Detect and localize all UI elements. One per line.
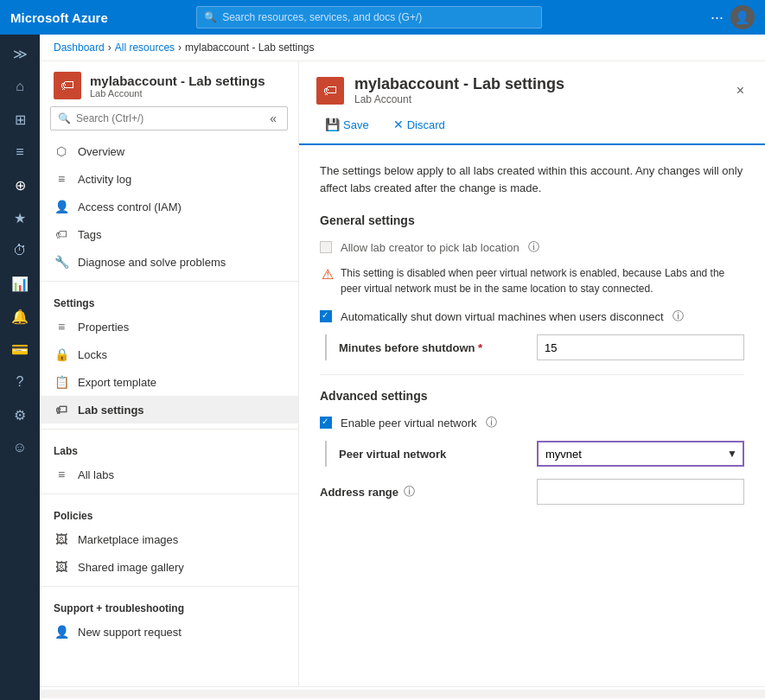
discard-icon: ✕ xyxy=(393,118,404,131)
more-options-icon[interactable]: ··· xyxy=(711,9,724,27)
rail-resource-groups-icon[interactable]: ≡ xyxy=(4,137,35,168)
sidebar-item-shared-image-gallery-label: Shared image gallery xyxy=(78,561,184,574)
sidebar-item-properties-label: Properties xyxy=(78,321,129,334)
sidebar-item-lab-settings-label: Lab settings xyxy=(78,404,144,417)
rail-dashboard-icon[interactable]: ⊞ xyxy=(4,104,35,135)
diagnose-icon: 🔧 xyxy=(54,254,69,270)
sidebar-item-all-labs-label: All labs xyxy=(78,468,114,481)
advanced-settings-title: Advanced settings xyxy=(320,389,744,403)
auto-shutdown-row: Automatically shut down virtual machines… xyxy=(320,309,744,324)
enable-peer-vnet-label: Enable peer virtual network xyxy=(341,417,477,430)
horizontal-scrollbar[interactable] xyxy=(40,690,765,698)
sidebar-item-locks[interactable]: 🔒 Locks xyxy=(40,340,298,368)
properties-icon: ≡ xyxy=(54,319,69,334)
sidebar-resource-subtitle: Lab Account xyxy=(90,88,265,99)
sidebar-item-locks-label: Locks xyxy=(78,348,107,361)
section-divider xyxy=(320,374,744,375)
user-avatar[interactable]: 👤 xyxy=(730,5,755,29)
main-content: 🏷 mylabaccount - Lab settings Lab Accoun… xyxy=(299,61,765,686)
enable-peer-vnet-info-icon[interactable]: ⓘ xyxy=(486,415,497,430)
rail-help-icon[interactable]: ? xyxy=(4,366,35,398)
save-label: Save xyxy=(343,118,369,131)
toolbar: 💾 Save ✕ Discard xyxy=(299,105,765,145)
address-range-info-icon[interactable]: ⓘ xyxy=(404,484,415,500)
allow-lab-creator-checkbox[interactable] xyxy=(320,241,332,253)
description-text: The settings below apply to all labs cre… xyxy=(320,162,744,196)
auto-shutdown-info-icon[interactable]: ⓘ xyxy=(673,309,684,324)
minutes-before-shutdown-label: Minutes before shutdown * xyxy=(339,341,482,354)
address-range-label: Address range xyxy=(320,486,398,499)
sidebar-item-overview[interactable]: ⬡ Overview xyxy=(40,137,298,165)
shared-image-gallery-icon: 🖼 xyxy=(54,559,69,575)
breadcrumb-dashboard[interactable]: Dashboard xyxy=(54,41,105,54)
auto-shutdown-checkbox[interactable] xyxy=(320,310,332,322)
rail-all-resources-icon[interactable]: ⊕ xyxy=(4,169,35,200)
sidebar-item-marketplace-images-label: Marketplace images xyxy=(78,533,178,546)
sidebar-item-tags[interactable]: 🏷 Tags xyxy=(40,220,298,248)
activity-log-icon: ≡ xyxy=(54,171,69,187)
address-range-input[interactable] xyxy=(537,479,744,505)
warning-text: This setting is disabled when peer virtu… xyxy=(341,265,744,296)
sidebar-item-all-labs[interactable]: ≡ All labs xyxy=(40,461,298,488)
sidebar-header: 🏷 mylabaccount - Lab settings Lab Accoun… xyxy=(40,61,298,106)
panel-title-row: 🏷 mylabaccount - Lab settings Lab Accoun… xyxy=(299,61,765,105)
warning-box: ⚠ This setting is disabled when peer vir… xyxy=(320,265,744,296)
sidebar-search-input[interactable] xyxy=(76,112,261,124)
allow-lab-creator-info-icon[interactable]: ⓘ xyxy=(528,239,539,255)
rail-home-icon[interactable]: ⌂ xyxy=(4,71,35,102)
discard-button[interactable]: ✕ Discard xyxy=(385,114,454,135)
enable-peer-vnet-checkbox[interactable] xyxy=(320,417,332,429)
global-search[interactable]: 🔍 Search resources, services, and docs (… xyxy=(196,6,542,29)
sidebar-item-diagnose-label: Diagnose and solve problems xyxy=(78,256,226,269)
panel-title: mylabaccount - Lab settings xyxy=(354,75,564,93)
general-settings-title: General settings xyxy=(320,213,744,227)
breadcrumb-all-resources[interactable]: All resources xyxy=(115,41,175,54)
sidebar-search-box[interactable]: 🔍 « xyxy=(50,106,288,130)
close-button[interactable]: × xyxy=(733,80,748,102)
sidebar-item-new-support-request[interactable]: 👤 New support request xyxy=(40,618,298,646)
sidebar-item-activity-log[interactable]: ≡ Activity log xyxy=(40,165,298,193)
rail-feedback-icon[interactable]: ☺ xyxy=(4,432,35,463)
sidebar-item-export-template[interactable]: 📋 Export template xyxy=(40,368,298,396)
topbar: Microsoft Azure 🔍 Search resources, serv… xyxy=(0,0,765,35)
minutes-before-shutdown-input[interactable] xyxy=(537,334,744,360)
overview-icon: ⬡ xyxy=(54,143,69,159)
breadcrumb-current: mylabaccount - Lab settings xyxy=(185,41,314,54)
icon-rail: ≫ ⌂ ⊞ ≡ ⊕ ★ ⏱ 📊 🔔 💳 ? ⚙ ☺ xyxy=(0,35,40,700)
sidebar-item-diagnose[interactable]: 🔧 Diagnose and solve problems xyxy=(40,248,298,276)
sidebar-item-activity-log-label: Activity log xyxy=(78,173,131,186)
rail-notifications-icon[interactable]: 🔔 xyxy=(4,301,35,332)
rail-favorites-icon[interactable]: ★ xyxy=(4,202,35,233)
allow-lab-creator-row: Allow lab creator to pick lab location ⓘ xyxy=(320,239,744,255)
sidebar-divider-3 xyxy=(40,493,298,494)
save-button[interactable]: 💾 Save xyxy=(316,114,378,135)
all-labs-icon: ≡ xyxy=(54,467,69,482)
sidebar-item-shared-image-gallery[interactable]: 🖼 Shared image gallery xyxy=(40,553,298,581)
sidebar-divider-1 xyxy=(40,281,298,282)
sidebar-collapse-btn[interactable]: « xyxy=(266,110,280,127)
rail-cost-icon[interactable]: 💳 xyxy=(4,334,35,365)
rail-expand-icon[interactable]: ≫ xyxy=(4,38,35,69)
brand-logo: Microsoft Azure xyxy=(10,10,108,25)
allow-lab-creator-label: Allow lab creator to pick lab location xyxy=(341,241,520,254)
sidebar-item-properties[interactable]: ≡ Properties xyxy=(40,313,298,340)
sidebar-item-marketplace-images[interactable]: 🖼 Marketplace images xyxy=(40,525,298,553)
search-placeholder: Search resources, services, and docs (G+… xyxy=(222,11,422,23)
search-icon: 🔍 xyxy=(204,11,217,23)
bottom-scrollbar xyxy=(40,686,765,700)
export-template-icon: 📋 xyxy=(54,374,69,390)
peer-vnet-select[interactable]: myvnet xyxy=(537,441,744,467)
rail-settings-icon[interactable]: ⚙ xyxy=(4,399,35,430)
rail-recent-icon[interactable]: ⏱ xyxy=(4,235,35,266)
peer-vnet-select-wrapper: myvnet ▼ xyxy=(537,441,744,467)
sidebar-item-lab-settings[interactable]: 🏷 Lab settings xyxy=(40,396,298,423)
sidebar-item-tags-label: Tags xyxy=(78,228,101,241)
locks-icon: 🔒 xyxy=(54,347,69,362)
sidebar-item-new-support-request-label: New support request xyxy=(78,626,182,639)
sidebar-resource-icon: 🏷 xyxy=(54,72,81,99)
rail-monitor-icon[interactable]: 📊 xyxy=(4,268,35,299)
sidebar-item-access-control[interactable]: 👤 Access control (IAM) xyxy=(40,193,298,220)
settings-content-body: The settings below apply to all labs cre… xyxy=(299,145,765,686)
sidebar-divider-2 xyxy=(40,429,298,430)
sidebar-resource-title: mylabaccount - Lab settings xyxy=(90,73,265,88)
